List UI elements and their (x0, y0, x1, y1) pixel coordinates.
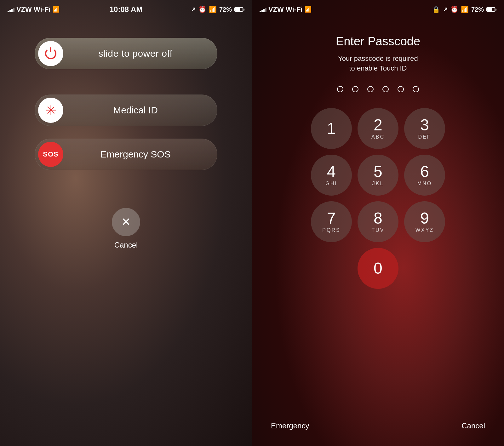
sos-badge: SOS (38, 142, 63, 167)
right-phone-screen: VZW Wi-Fi 📶 🔒 ↗ ⏰ 📶 72% Enter Passcode Y… (252, 0, 504, 446)
numpad-number-2: 2 (374, 117, 382, 133)
numpad-number-1: 1 (327, 121, 336, 136)
passcode-dots (337, 86, 419, 92)
numpad-key-5[interactable]: 5JKL (358, 155, 398, 196)
bluetooth-icon-right: 📶 (461, 6, 469, 13)
numpad-number-0: 0 (374, 260, 382, 276)
numpad-number-7: 7 (327, 210, 336, 226)
numpad-key-empty-9 (311, 248, 352, 289)
numpad-sub-7: PQRS (322, 227, 340, 233)
lock-icon-right: 🔒 (432, 6, 440, 13)
wifi-icon-left: 📶 (53, 6, 60, 13)
battery-icon-right (486, 7, 496, 12)
passcode-dot-2 (352, 86, 358, 92)
location-icon-left: ↗ (191, 6, 196, 13)
cancel-button[interactable]: ✕ (112, 208, 140, 236)
numpad-key-8[interactable]: 8TUV (358, 201, 398, 242)
medical-id-icon: ✳ (38, 98, 63, 123)
emergency-sos-container: SOS Emergency SOS (35, 139, 217, 170)
numpad-key-3[interactable]: 3DEF (404, 108, 445, 149)
numpad-sub-6: MNO (417, 181, 432, 186)
medical-id-label: Medical ID (63, 105, 214, 116)
numpad-sub-3: DEF (418, 134, 431, 140)
status-left-info-right: VZW Wi-Fi 📶 (260, 5, 312, 14)
numpad-number-8: 8 (374, 210, 382, 226)
wifi-icon-right: 📶 (305, 6, 312, 13)
left-phone-screen: VZW Wi-Fi 📶 10:08 AM ↗ ⏰ 📶 72% slide to … (0, 0, 252, 446)
location-icon-right: ↗ (443, 6, 448, 13)
status-right-icons-right: 🔒 ↗ ⏰ 📶 72% (432, 6, 496, 13)
bottom-bar: Emergency Cancel (252, 421, 504, 430)
numpad-sub-8: TUV (372, 227, 385, 233)
numpad-number-9: 9 (420, 210, 429, 226)
numpad-key-7[interactable]: 7PQRS (311, 201, 352, 242)
cancel-x-icon: ✕ (121, 215, 131, 229)
medical-id-button[interactable]: ✳ Medical ID (35, 94, 217, 126)
numpad-sub-5: JKL (372, 181, 384, 186)
cancel-bottom-button[interactable]: Cancel (461, 421, 485, 430)
alarm-icon-left: ⏰ (198, 6, 206, 13)
numpad-sub-9: WXYZ (415, 227, 434, 233)
signal-bars-left (8, 7, 14, 12)
numpad-key-2[interactable]: 2ABC (358, 108, 398, 149)
enter-passcode-title: Enter Passcode (336, 35, 420, 48)
power-icon (45, 48, 56, 59)
battery-text-left: 72% (219, 6, 232, 13)
passcode-subtitle: Your passcode is required to enable Touc… (338, 54, 418, 73)
passcode-dot-3 (367, 86, 374, 92)
medical-id-container: ✳ Medical ID (35, 94, 217, 126)
alarm-icon-right: ⏰ (450, 6, 458, 13)
numpad-key-1[interactable]: 1 (311, 108, 352, 149)
numpad-key-4[interactable]: 4GHI (311, 155, 352, 196)
passcode-dot-6 (413, 86, 419, 92)
status-bar-left: VZW Wi-Fi 📶 10:08 AM ↗ ⏰ 📶 72% (0, 0, 252, 19)
asterisk-icon: ✳ (45, 103, 56, 118)
numpad-number-4: 4 (327, 164, 336, 180)
slide-power-container: slide to power off (35, 38, 217, 69)
emergency-sos-button[interactable]: SOS Emergency SOS (35, 139, 217, 170)
numpad-number-3: 3 (420, 117, 429, 133)
emergency-bottom-button[interactable]: Emergency (271, 421, 309, 430)
status-right-icons-left: ↗ ⏰ 📶 72% (191, 6, 244, 13)
cancel-label: Cancel (114, 241, 138, 249)
numpad-key-empty-11 (404, 248, 445, 289)
passcode-dot-5 (398, 86, 404, 92)
numpad-key-0[interactable]: 0 (358, 248, 398, 289)
cancel-container: ✕ Cancel (112, 208, 140, 249)
battery-text-right: 72% (471, 6, 484, 13)
bluetooth-icon-left: 📶 (209, 6, 217, 13)
numpad-key-6[interactable]: 6MNO (404, 155, 445, 196)
numpad-key-9[interactable]: 9WXYZ (404, 201, 445, 242)
carrier-right: VZW Wi-Fi (268, 5, 303, 14)
passcode-dot-4 (382, 86, 389, 92)
numpad-number-6: 6 (420, 164, 429, 180)
slide-to-power-off-button[interactable]: slide to power off (35, 38, 217, 69)
status-left-info: VZW Wi-Fi 📶 (8, 5, 60, 14)
slide-power-label: slide to power off (63, 48, 214, 59)
status-bar-right: VZW Wi-Fi 📶 🔒 ↗ ⏰ 📶 72% (252, 0, 504, 19)
numpad-sub-4: GHI (325, 181, 337, 186)
battery-icon-left (234, 7, 244, 12)
numpad-sub-2: ABC (371, 134, 385, 140)
emergency-sos-label: Emergency SOS (63, 149, 214, 160)
power-circle (38, 41, 63, 66)
time-left: 10:08 AM (110, 5, 142, 14)
numpad: 12ABC3DEF4GHI5JKL6MNO7PQRS8TUV9WXYZ0 (311, 108, 445, 289)
numpad-number-5: 5 (374, 164, 382, 180)
passcode-dot-1 (337, 86, 343, 92)
signal-bars-right (260, 7, 266, 12)
carrier-left: VZW Wi-Fi (16, 5, 51, 14)
